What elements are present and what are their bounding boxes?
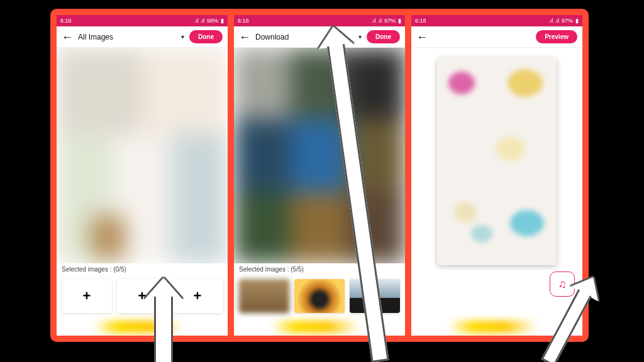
screen-3: 6:18 .ıl .ıl 97% ▮ ← Preview ♫ bbox=[411, 15, 582, 336]
back-icon[interactable]: ← bbox=[416, 31, 428, 43]
image-grid[interactable] bbox=[57, 48, 228, 263]
status-right: .ıl .ıl 97% ▮ bbox=[371, 18, 401, 24]
ad-strip bbox=[416, 321, 577, 333]
album-dropdown[interactable]: All Images bbox=[78, 33, 176, 41]
battery-icon: ▮ bbox=[221, 18, 224, 24]
status-bar: 6:16 .ıl .ıl 98% ▮ bbox=[57, 15, 228, 26]
done-button[interactable]: Done bbox=[189, 30, 223, 43]
preview-canvas[interactable] bbox=[437, 58, 557, 265]
top-bar: ← Preview bbox=[411, 26, 582, 48]
status-time: 6:18 bbox=[238, 18, 249, 24]
done-button[interactable]: Done bbox=[367, 30, 400, 43]
selection-tray: + + + bbox=[57, 275, 228, 321]
album-name: All Images bbox=[78, 33, 113, 41]
battery-icon: ▮ bbox=[575, 18, 579, 24]
status-bar: 6:18 .ıl .ıl 97% ▮ bbox=[411, 15, 582, 26]
add-image-slot[interactable]: + bbox=[62, 279, 112, 313]
back-icon[interactable]: ← bbox=[239, 31, 250, 43]
album-name: Download bbox=[255, 33, 289, 41]
selected-thumb[interactable] bbox=[294, 279, 345, 313]
selected-thumb[interactable] bbox=[239, 279, 289, 313]
status-time: 6:16 bbox=[60, 18, 72, 24]
back-icon[interactable]: ← bbox=[62, 31, 73, 43]
battery-label: 97% bbox=[384, 18, 396, 24]
selected-count-label: Selected images : (5/5) bbox=[234, 263, 405, 275]
signal-icon: .ıl .ıl bbox=[371, 18, 382, 24]
screen-1: 6:16 .ıl .ıl 98% ▮ ← All Images ▾ Done bbox=[57, 15, 228, 336]
blurred-gallery bbox=[234, 48, 405, 263]
status-right: .ıl .ıl 97% ▮ bbox=[548, 18, 579, 24]
top-bar: ← All Images ▾ Done bbox=[57, 26, 228, 48]
music-icon: ♫ bbox=[558, 278, 567, 291]
image-grid[interactable] bbox=[234, 48, 405, 263]
selected-count-label: Selected images : (0/5) bbox=[57, 263, 228, 275]
status-time: 6:18 bbox=[415, 18, 426, 24]
tutorial-frame: 6:16 .ıl .ıl 98% ▮ ← All Images ▾ Done bbox=[50, 9, 589, 342]
ad-strip bbox=[62, 321, 223, 333]
signal-icon: .ıl .ıl bbox=[194, 18, 204, 24]
screen-2: 6:18 .ıl .ıl 97% ▮ ← Download ▾ Done bbox=[234, 15, 405, 336]
chevron-down-icon[interactable]: ▾ bbox=[181, 33, 184, 40]
battery-label: 97% bbox=[562, 18, 573, 24]
status-right: .ıl .ıl 98% ▮ bbox=[194, 18, 224, 24]
signal-icon: .ıl .ıl bbox=[548, 18, 559, 24]
status-bar: 6:18 .ıl .ıl 97% ▮ bbox=[234, 15, 405, 26]
blurred-gallery bbox=[57, 48, 228, 263]
preview-button[interactable]: Preview bbox=[536, 30, 577, 43]
battery-icon: ▮ bbox=[398, 18, 401, 24]
battery-label: 98% bbox=[207, 18, 218, 24]
chevron-down-icon[interactable]: ▾ bbox=[358, 33, 362, 40]
